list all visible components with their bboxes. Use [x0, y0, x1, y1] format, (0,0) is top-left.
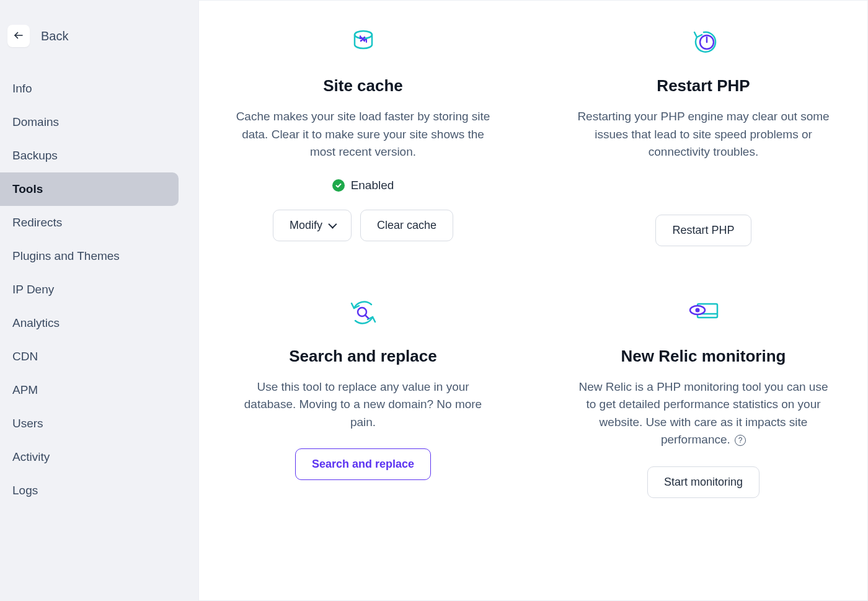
restart-icon — [564, 25, 843, 59]
card-new-relic: New Relic monitoring New Relic is a PHP … — [558, 296, 849, 498]
new-relic-buttons: Start monitoring — [564, 466, 843, 498]
search-replace-title: Search and replace — [224, 347, 502, 366]
tools-grid: Site cache Cache makes your site load fa… — [218, 25, 849, 498]
restart-php-button[interactable]: Restart PHP — [655, 215, 751, 246]
sidebar-item-plugins-themes[interactable]: Plugins and Themes — [0, 239, 179, 273]
restart-php-title: Restart PHP — [564, 76, 843, 96]
monitoring-icon — [564, 296, 843, 329]
cache-icon — [224, 25, 502, 59]
restart-php-buttons: Restart PHP — [564, 215, 843, 246]
card-restart-php: Restart PHP Restarting your PHP engine m… — [558, 25, 849, 246]
sidebar-item-domains[interactable]: Domains — [0, 105, 179, 139]
svg-point-1 — [355, 31, 372, 38]
search-replace-desc: Use this tool to replace any value in yo… — [233, 378, 494, 432]
sidebar-item-logs[interactable]: Logs — [0, 474, 179, 507]
search-replace-icon — [224, 296, 502, 329]
sidebar-item-users[interactable]: Users — [0, 407, 179, 440]
check-icon — [332, 179, 345, 192]
sidebar-item-info[interactable]: Info — [0, 72, 179, 105]
start-monitoring-label: Start monitoring — [664, 476, 743, 489]
sidebar-item-tools[interactable]: Tools — [0, 172, 179, 206]
sidebar-item-backups[interactable]: Backups — [0, 139, 179, 172]
start-monitoring-button[interactable]: Start monitoring — [647, 466, 760, 498]
sidebar-nav: Info Domains Backups Tools Redirects Plu… — [0, 72, 198, 507]
sidebar-item-cdn[interactable]: CDN — [0, 340, 179, 373]
back-label: Back — [41, 29, 68, 43]
sidebar-item-ip-deny[interactable]: IP Deny — [0, 273, 179, 306]
search-replace-button[interactable]: Search and replace — [295, 448, 431, 480]
content-area: Site cache Cache makes your site load fa… — [198, 0, 868, 601]
help-icon[interactable]: ? — [735, 435, 746, 446]
back-row: Back — [0, 0, 198, 72]
sidebar-item-apm[interactable]: APM — [0, 373, 179, 407]
site-cache-buttons: Modify Clear cache — [224, 210, 502, 241]
svg-line-4 — [365, 315, 368, 318]
new-relic-desc: New Relic is a PHP monitoring tool you c… — [574, 378, 834, 449]
site-cache-status: Enabled — [224, 179, 502, 192]
card-search-replace: Search and replace Use this tool to repl… — [218, 296, 508, 498]
restart-php-button-label: Restart PHP — [672, 224, 734, 237]
svg-point-8 — [695, 308, 699, 312]
back-button[interactable] — [7, 25, 30, 47]
spacer — [564, 179, 843, 215]
sidebar-item-activity[interactable]: Activity — [0, 440, 179, 474]
restart-php-desc: Restarting your PHP engine may clear out… — [574, 108, 834, 161]
search-replace-button-label: Search and replace — [312, 458, 414, 471]
card-site-cache: Site cache Cache makes your site load fa… — [218, 25, 508, 246]
sidebar-item-analytics[interactable]: Analytics — [0, 306, 179, 340]
arrow-left-icon — [13, 30, 24, 43]
site-cache-title: Site cache — [224, 76, 502, 96]
chevron-down-icon — [328, 220, 337, 229]
site-cache-desc: Cache makes your site load faster by sto… — [233, 108, 494, 161]
search-replace-buttons: Search and replace — [224, 448, 502, 480]
new-relic-title: New Relic monitoring — [564, 347, 843, 366]
clear-cache-label: Clear cache — [377, 219, 436, 232]
modify-button-label: Modify — [290, 219, 322, 232]
modify-button[interactable]: Modify — [273, 210, 352, 241]
clear-cache-button[interactable]: Clear cache — [360, 210, 453, 241]
new-relic-desc-text: New Relic is a PHP monitoring tool you c… — [578, 380, 828, 447]
sidebar-item-redirects[interactable]: Redirects — [0, 206, 179, 239]
sidebar: Back Info Domains Backups Tools Redirect… — [0, 0, 198, 601]
site-cache-status-text: Enabled — [351, 179, 394, 192]
